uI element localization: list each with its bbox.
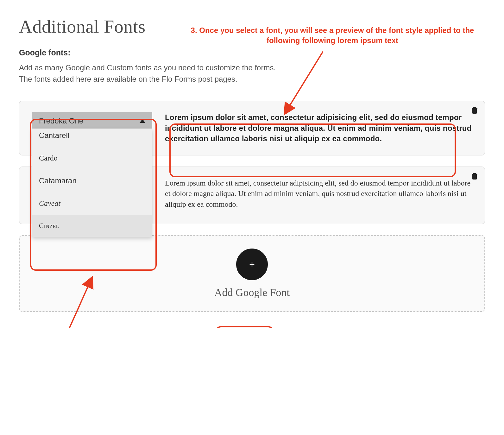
dropdown-option-cardo[interactable]: Cardo (32, 147, 152, 169)
delete-icon[interactable] (471, 173, 478, 181)
add-font-button[interactable]: + (236, 249, 268, 280)
dropdown-selected-value: Fredoka One (39, 117, 83, 125)
desc-line-2: The fonts added here are available on th… (19, 75, 237, 83)
font-preview-2: Lorem ipsum dolor sit amet, consectetur … (165, 178, 472, 210)
section-label: Google fonts: (19, 48, 485, 57)
dropdown-option-caveat[interactable]: Caveat (32, 192, 152, 215)
dropdown-option-cantarell[interactable]: Cantarell (32, 129, 152, 147)
chevron-up-icon (140, 119, 145, 123)
font-dropdown-toggle[interactable]: Fredoka One (32, 112, 152, 130)
section-description: Add as many Google and Custom fonts as y… (19, 62, 485, 85)
font-card-1: Fredoka One Cantarell Cardo Catamaran Ca… (19, 101, 485, 155)
desc-line-1: Add as many Google and Custom fonts as y… (19, 63, 276, 72)
dropdown-option-cinzel[interactable]: Cinzel (32, 215, 152, 237)
annotation-3: 3. Once you select a font, you will see … (190, 25, 475, 46)
add-font-label: Add Google Font (32, 287, 472, 299)
dropdown-option-catamaran[interactable]: Catamaran (32, 169, 152, 192)
annotation-box-add (215, 326, 274, 328)
font-preview-1: Lorem ipsum dolor sit amet, consectetur … (165, 112, 472, 144)
add-font-card: + Add Google Font (19, 235, 485, 312)
plus-icon: + (249, 259, 255, 270)
delete-icon[interactable] (471, 107, 478, 115)
font-dropdown-list: Cantarell Cardo Catamaran Caveat Cinzel (32, 129, 152, 237)
